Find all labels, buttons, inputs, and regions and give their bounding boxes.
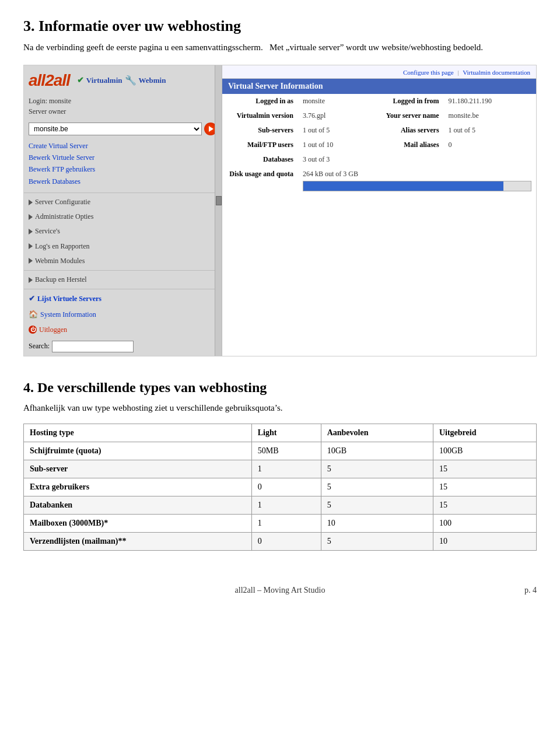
cell-databanken-light: 1 (251, 496, 321, 515)
bewerk-virtuele-server-link[interactable]: Bewerk Virtuele Server (29, 152, 217, 163)
section4-title: 4. De verschillende types van webhosting (23, 380, 537, 396)
webmin-label: Webmin (139, 76, 166, 85)
bewerk-databases-link[interactable]: Bewerk Databases (29, 176, 217, 187)
cell-schijfruimte-uitgebreid: 100GB (433, 442, 536, 460)
triangle-icon (29, 229, 33, 235)
triangle-icon (29, 214, 33, 220)
cell-extra-gebruikers-label: Extra gebruikers (24, 478, 252, 496)
server-owner-label: Server owner (29, 106, 217, 117)
server-configuratie-item[interactable]: Server Configuratie (24, 195, 222, 209)
system-information-item[interactable]: 🏠 System Information (24, 307, 222, 323)
cell-sub-server-label: Sub-server (24, 460, 252, 478)
alias-servers-value: 1 out of 5 (444, 123, 536, 138)
cell-sub-server-light: 1 (251, 460, 321, 478)
sidebar-logo-row: all2all ✔ Virtualmin 🔧 Webmin (24, 65, 222, 93)
cell-schijfruimte-label: Schijfruimte (quota) (24, 442, 252, 460)
scrollbar-thumb[interactable] (216, 196, 222, 205)
triangle-icon (29, 200, 33, 205)
table-row: Mailboxen (3000MB)* 1 10 100 (24, 515, 537, 533)
virtualmin-version-value: 3.76.gpl (298, 109, 368, 123)
cell-extra-gebruikers-light: 0 (251, 478, 321, 496)
cell-mailboxen-label: Mailboxen (3000MB)* (24, 515, 252, 533)
hosting-table-body: Schijfruimte (quota) 50MB 10GB 100GB Sub… (24, 442, 537, 551)
lijst-virtuele-servers-item[interactable]: ✔ Lijst Virtuele Servers (24, 291, 222, 307)
logged-in-as-label: Logged in as (222, 94, 298, 109)
disk-bar-fill (303, 181, 503, 191)
cell-databanken-uitgebreid: 15 (433, 496, 536, 515)
table-row: Databanken 1 5 15 (24, 496, 537, 515)
alias-servers-label: Alias servers (368, 123, 444, 138)
logged-in-from-value: 91.180.211.190 (444, 94, 536, 109)
info-table: Logged in as monsite Logged in from 91.1… (222, 94, 536, 194)
mail-ftp-value: 1 out of 10 (298, 138, 368, 152)
intro-line2: Met „virtuale server” wordt uw website/w… (270, 43, 483, 52)
logo-text: all2all (29, 71, 70, 90)
logs-rapporten-item[interactable]: Log's en Rapporten (24, 239, 222, 254)
screenshot-area: all2all ✔ Virtualmin 🔧 Webmin Login: mon… (23, 65, 537, 356)
administratie-opties-label: Administratie Opties (35, 211, 93, 222)
table-row: Sub-server 1 5 15 (24, 460, 537, 478)
house-icon: 🏠 (29, 309, 38, 321)
go-arrow-icon (209, 126, 214, 132)
check-icon: ✔ (77, 75, 84, 85)
section3-title: 3. Informatie over uw webhosting (23, 18, 537, 35)
sidebar-links: Create Virtual Server Bewerk Virtuele Se… (24, 139, 222, 191)
virtualmin-doc-link[interactable]: Virtualmin documentation (463, 69, 530, 76)
info-row-login: Logged in as monsite Logged in from 91.1… (222, 94, 536, 109)
logged-in-as-value: monsite (298, 94, 368, 109)
sidebar-search-row: Search: (24, 337, 222, 356)
divider3 (24, 289, 222, 289)
virtualmin-badge: ✔ Virtualmin 🔧 Webmin (77, 75, 166, 86)
uitloggen-label: Uitloggen (39, 324, 67, 335)
info-row-databases: Databases 3 out of 3 (222, 152, 536, 167)
cell-schijfruimte-light: 50MB (251, 442, 321, 460)
intro-line1: Na de verbinding geeft de eerste pagina … (23, 43, 263, 52)
webmin-modules-item[interactable]: Webmin Modules (24, 254, 222, 268)
virtualmin-label: Virtualmin (86, 76, 123, 85)
hosting-table: Hosting type Light Aanbevolen Uitgebreid… (23, 424, 537, 551)
info-row-mail: Mail/FTP users 1 out of 10 Mail aliases … (222, 138, 536, 152)
col-header-type: Hosting type (24, 424, 252, 442)
webmin-icon: 🔧 (125, 75, 136, 86)
administratie-opties-item[interactable]: Administratie Opties (24, 209, 222, 224)
divider2 (24, 270, 222, 271)
logout-icon: ⏻ (29, 326, 37, 334)
triangle-icon (29, 277, 33, 283)
logged-in-from-label: Logged in from (368, 94, 444, 109)
footer-center-text: all2all – Moving Art Studio (58, 586, 502, 595)
webmin-modules-label: Webmin Modules (35, 256, 85, 267)
logs-rapporten-label: Log's en Rapporten (35, 241, 89, 252)
divider1 (24, 193, 222, 193)
backup-herstel-item[interactable]: Backup en Herstel (24, 272, 222, 287)
col-header-uitgebreid: Uitgebreid (433, 424, 536, 442)
cell-extra-gebruikers-aanbevolen: 5 (321, 478, 433, 496)
cell-extra-gebruikers-uitgebreid: 15 (433, 478, 536, 496)
cell-verzendlijsten-label: Verzendlijsten (mailman)** (24, 533, 252, 551)
configure-page-link[interactable]: Configure this page (403, 69, 454, 76)
sub-servers-label: Sub-servers (222, 123, 298, 138)
triangle-icon (29, 258, 33, 264)
uitloggen-item[interactable]: ⏻ Uitloggen (24, 323, 222, 337)
info-row-version: Virtualmin version 3.76.gpl Your server … (222, 109, 536, 123)
sidebar-dropdown-row[interactable]: monsite.be (24, 119, 222, 139)
create-virtual-server-link[interactable]: Create Virtual Server (29, 140, 217, 152)
search-input[interactable] (52, 341, 134, 352)
server-configuratie-label: Server Configuratie (35, 197, 90, 208)
site-select[interactable]: monsite.be (29, 123, 202, 135)
sub-servers-value: 1 out of 5 (298, 123, 368, 138)
footer-page-number: p. 4 (502, 586, 537, 595)
scrollbar[interactable] (215, 65, 222, 356)
cell-verzendlijsten-light: 0 (251, 533, 321, 551)
info-row-sub-servers: Sub-servers 1 out of 5 Alias servers 1 o… (222, 123, 536, 138)
bewerk-ftp-link[interactable]: Bewerk FTP gebruikers (29, 163, 217, 175)
cell-mailboxen-uitgebreid: 100 (433, 515, 536, 533)
search-label: Search: (29, 342, 50, 351)
cell-verzendlijsten-aanbevolen: 5 (321, 533, 433, 551)
databases-label: Databases (222, 152, 298, 167)
panel-title: Virtual Server Information (222, 79, 536, 94)
disk-usage-value: 264 kB out of 3 GB (298, 167, 536, 194)
services-item[interactable]: Service's (24, 224, 222, 239)
server-name-label: Your server name (368, 109, 444, 123)
section4-intro: Afhankelijk van uw type webhosting ziet … (23, 401, 537, 415)
main-panel: Configure this page | Virtualmin documen… (222, 65, 536, 356)
